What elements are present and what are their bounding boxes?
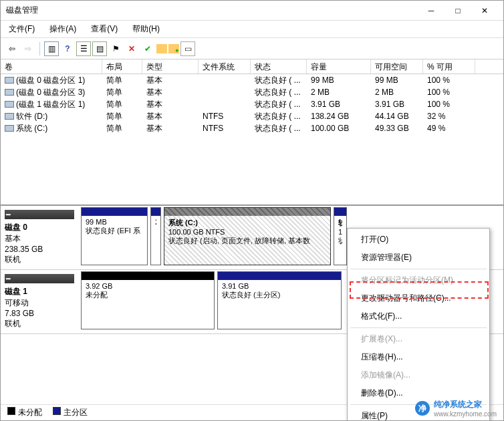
watermark-url: www.kzmyhome.com: [434, 410, 497, 418]
partition[interactable]: 3.91 GB状态良好 (主分区): [217, 271, 342, 329]
partition[interactable]: 99 MB状态良好 (EFI 系: [81, 207, 148, 265]
volume-list: 卷 布局 类型 文件系统 状态 容量 可用空间 % 可用 (磁盘 0 磁盘分区 …: [1, 59, 503, 205]
ctx-extend: 扩展卷(X)...: [348, 330, 489, 348]
legend-unallocated: 未分配: [18, 408, 42, 417]
forward-icon[interactable]: ⇨: [21, 41, 35, 56]
menu-bar: 文件(F) 操作(A) 查看(V) 帮助(H): [1, 21, 503, 38]
col-capacity[interactable]: 容量: [307, 59, 371, 74]
partition[interactable]: 3.92 GB未分配: [81, 271, 215, 329]
menu-view[interactable]: 查看(V): [88, 22, 120, 36]
col-free[interactable]: 可用空间: [371, 59, 423, 74]
view-bottom-icon[interactable]: ▤: [92, 41, 107, 56]
table-row[interactable]: (磁盘 1 磁盘分区 1)简单基本状态良好 ( ...3.91 GB3.91 G…: [1, 98, 503, 110]
toolbar: ⇦ ⇨ ▥ ? ☰ ▤ ⚑ ✕ ✔ ✦ ▭: [1, 38, 503, 59]
col-volume[interactable]: 卷: [1, 59, 102, 74]
panel-icon[interactable]: ▥: [44, 41, 59, 56]
menu-action[interactable]: 操作(A): [47, 22, 79, 36]
legend-primary: 主分区: [64, 408, 88, 417]
table-row[interactable]: 系统 (C:)简单基本NTFS状态良好 ( ...100.00 GB49.33 …: [1, 122, 503, 134]
watermark-icon: 净: [415, 401, 430, 416]
ctx-mirror: 添加镜像(A)...: [348, 366, 489, 384]
col-pct[interactable]: % 可用: [423, 59, 475, 74]
check-icon[interactable]: ✔: [140, 41, 155, 56]
context-menu: 打开(O) 资源管理器(E) 将分区标记为活动分区(M) 更改驱动器号和路径(C…: [347, 228, 490, 421]
folder-icon[interactable]: [156, 44, 167, 53]
col-fs[interactable]: 文件系统: [199, 59, 251, 74]
maximize-button[interactable]: □: [445, 1, 471, 20]
col-type[interactable]: 类型: [142, 59, 199, 74]
watermark-title: 纯净系统之家: [434, 399, 497, 410]
watermark: 净 纯净系统之家 www.kzmyhome.com: [415, 399, 497, 418]
table-row[interactable]: (磁盘 0 磁盘分区 3)简单基本状态良好 ( ...2 MB2 MB100 %: [1, 86, 503, 98]
close-button[interactable]: ✕: [471, 1, 498, 20]
table-row[interactable]: (磁盘 0 磁盘分区 1)简单基本状态良好 ( ...99 MB99 MB100…: [1, 74, 503, 86]
ctx-shrink[interactable]: 压缩卷(H)...: [348, 348, 489, 366]
partition[interactable]: 2: [150, 207, 161, 265]
delete-icon[interactable]: ✕: [124, 41, 139, 56]
partition[interactable]: 软1状: [334, 207, 347, 265]
window-title: 磁盘管理: [6, 5, 418, 16]
help-icon[interactable]: ?: [60, 41, 75, 56]
ctx-changeletter[interactable]: 更改驱动器号和路径(C)...: [348, 289, 489, 307]
menu-help[interactable]: 帮助(H): [130, 22, 162, 36]
minimize-button[interactable]: ─: [418, 1, 445, 20]
col-status[interactable]: 状态: [251, 59, 307, 74]
col-layout[interactable]: 布局: [102, 59, 142, 74]
back-icon[interactable]: ⇦: [5, 41, 19, 56]
ctx-format[interactable]: 格式化(F)...: [348, 307, 489, 325]
menu-file[interactable]: 文件(F): [6, 22, 37, 36]
new-icon[interactable]: ✦: [168, 44, 179, 53]
ctx-open[interactable]: 打开(O): [348, 231, 489, 249]
list-icon[interactable]: ▭: [180, 41, 195, 56]
table-row[interactable]: 软件 (D:)简单基本NTFS状态良好 ( ...138.24 GB44.14 …: [1, 110, 503, 122]
ctx-explorer[interactable]: 资源管理器(E): [348, 249, 489, 267]
view-top-icon[interactable]: ☰: [76, 41, 91, 56]
partition[interactable]: 系统 (C:)100.00 GB NTFS状态良好 (启动, 页面文件, 故障转…: [164, 207, 331, 265]
ctx-markactive: 将分区标记为活动分区(M): [348, 271, 489, 289]
settings-icon[interactable]: ⚑: [108, 41, 123, 56]
